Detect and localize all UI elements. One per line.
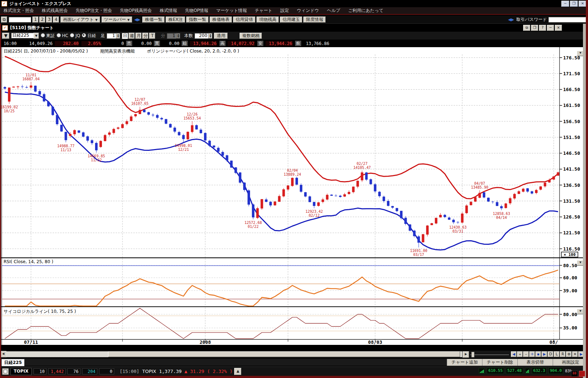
chart-tool-button-0[interactable]: ◀ bbox=[511, 351, 517, 357]
window-right-border bbox=[586, 0, 588, 378]
menu-item-2[interactable]: 先物OP注文・照会 bbox=[76, 8, 112, 14]
chart-tool-button-8[interactable]: R bbox=[560, 351, 566, 357]
toolbar-quick-button-1[interactable]: 株EX注 bbox=[166, 17, 185, 23]
radio-selected-icon bbox=[82, 33, 86, 37]
toolbar-quick-button-4[interactable]: 信用貸借 bbox=[233, 17, 255, 23]
menu-item-1[interactable]: 株式残高照会 bbox=[42, 8, 68, 14]
period-button-分[interactable]: 分 bbox=[142, 33, 148, 39]
menu-item-6[interactable]: マーケット情報 bbox=[216, 8, 247, 14]
status-count-1: 10 bbox=[34, 368, 46, 374]
svg-text:02/27: 02/27 bbox=[357, 162, 368, 166]
chart-action-button-1[interactable]: チャート削除 bbox=[482, 359, 517, 366]
chart-tool-button-10[interactable]: ✕ bbox=[572, 351, 578, 357]
chart-window-button-4[interactable]: × bbox=[555, 25, 562, 31]
symbol-combo[interactable] bbox=[11, 33, 34, 38]
period-button-月[interactable]: 月 bbox=[135, 33, 142, 39]
chart-window-button-3[interactable]: − bbox=[547, 25, 554, 31]
period-button-週[interactable]: 週 bbox=[129, 33, 135, 39]
menu-item-5[interactable]: 先物OP情報 bbox=[185, 8, 208, 14]
chart-window-button-0[interactable]: ⧉ bbox=[523, 25, 530, 31]
chart-tool-button-1[interactable]: ＋ bbox=[517, 351, 523, 357]
chart-tool-button-7[interactable]: L bbox=[554, 351, 560, 357]
slider-groove bbox=[470, 354, 509, 356]
layout-number-button-1[interactable]: 2 bbox=[39, 17, 45, 23]
zoom-slider[interactable] bbox=[470, 351, 509, 357]
chart-window-button-2[interactable]: ? bbox=[539, 25, 546, 31]
toolbar-quick-button-3[interactable]: 株価格表 bbox=[210, 17, 232, 23]
toolbar-quick-button-0[interactable]: 株価一覧 bbox=[142, 17, 165, 23]
chart-window-button-1[interactable]: ❐ bbox=[531, 25, 538, 31]
menu-item-0[interactable]: 株式注文・照会 bbox=[4, 8, 34, 14]
chart-window-title: [5110] 指数チャート bbox=[10, 25, 54, 31]
menu-item-11[interactable]: ご利用にあたって bbox=[348, 8, 383, 14]
right-scroll-strip[interactable] bbox=[583, 24, 586, 378]
apply-button[interactable]: 適用 bbox=[214, 33, 228, 39]
radio-tosho[interactable]: 東証 bbox=[41, 33, 55, 39]
symbol-dropdown-button[interactable]: ▼ bbox=[2, 33, 9, 39]
scrollbar-thumb[interactable] bbox=[108, 351, 460, 357]
chart-tool-button-2[interactable]: － bbox=[523, 351, 529, 357]
expand-up-button[interactable]: ▲ bbox=[234, 368, 241, 375]
maximize-button[interactable]: ❐ bbox=[570, 1, 578, 7]
multi-symbol-button[interactable]: 複数銘柄 bbox=[240, 33, 262, 39]
svg-text:03/31: 03/31 bbox=[453, 229, 463, 233]
chart-action-button-2[interactable]: 表示切替 bbox=[517, 359, 553, 366]
chevron-down-icon[interactable]: ▼ bbox=[34, 33, 39, 39]
meter-value-1: 610.55 bbox=[487, 368, 504, 374]
minimize-button[interactable]: ─ bbox=[561, 1, 569, 7]
toolbar-quick-button-2[interactable]: 指数一覧 bbox=[186, 17, 209, 23]
chart-action-button-0[interactable]: チャート追加 bbox=[447, 359, 482, 366]
menu-item-3[interactable]: 先物OP残高照会 bbox=[120, 8, 152, 14]
layout-number-button-3[interactable]: 4 bbox=[53, 17, 59, 23]
svg-text:16107.65: 16107.65 bbox=[131, 102, 148, 105]
status-checkbox-icon[interactable] bbox=[2, 368, 9, 375]
bar-count-input[interactable] bbox=[195, 33, 208, 39]
toolbar-menu-button[interactable]: ツールバー▼ bbox=[102, 17, 132, 23]
splitter-icon[interactable]: ◀▶ bbox=[507, 17, 515, 22]
svg-text:156.50: 156.50 bbox=[563, 119, 580, 124]
menu-item-8[interactable]: 設定 bbox=[280, 8, 289, 14]
status-topix-badge[interactable]: TOPIX bbox=[10, 368, 32, 375]
radio-nikkei[interactable]: 日経 bbox=[82, 33, 96, 39]
layout-number-button-2[interactable]: 3 bbox=[46, 17, 52, 23]
slider-thumb[interactable] bbox=[471, 352, 475, 357]
tab-nikkei225[interactable]: 日経225 bbox=[1, 359, 24, 366]
svg-text:11/22: 11/22 bbox=[91, 158, 102, 162]
corner-icons: 88 bbox=[571, 371, 585, 377]
svg-text:12430.63: 12430.63 bbox=[449, 225, 467, 229]
spinner-icon[interactable]: ▲▼ bbox=[208, 33, 212, 39]
svg-text:141.50: 141.50 bbox=[563, 166, 580, 172]
screen-layout-button[interactable]: 画面レイアウト▼ bbox=[61, 17, 100, 23]
chart-tool-button-3[interactable]: ✛ bbox=[529, 351, 535, 357]
menu-item-10[interactable]: ヘルプ bbox=[327, 8, 340, 14]
toolbar-quick-button-7[interactable]: 限度情報 bbox=[303, 17, 326, 23]
svg-text:12572.68: 12572.68 bbox=[245, 221, 262, 225]
svg-text:08/03: 08/03 bbox=[368, 339, 382, 345]
status-count-5: 0 bbox=[99, 368, 114, 374]
period-button-T[interactable]: T bbox=[149, 33, 155, 39]
password-input[interactable] bbox=[548, 17, 586, 22]
chart-tool-button-4[interactable]: ▪ bbox=[535, 351, 541, 357]
toolbar-quick-button-6[interactable]: 信用建玉 bbox=[280, 17, 302, 23]
window-switch-icon[interactable]: ⧉ bbox=[1, 17, 7, 23]
scroll-right-button[interactable]: ▶ bbox=[463, 351, 469, 358]
ashi-input[interactable] bbox=[107, 33, 116, 39]
menu-item-4[interactable]: 株式情報 bbox=[160, 8, 177, 14]
chart-tool-button-5[interactable]: ▶ bbox=[542, 351, 547, 357]
layout-number-button-0[interactable]: 1 bbox=[32, 17, 39, 23]
quick-code-input[interactable] bbox=[9, 17, 31, 22]
chart-tool-button-9[interactable]: ⊕ bbox=[566, 351, 572, 357]
menu-item-9[interactable]: ウィンドウ bbox=[297, 8, 319, 14]
toolbar-quick-button-5[interactable]: 現物残高 bbox=[257, 17, 279, 23]
radio-hc[interactable]: HC bbox=[57, 33, 68, 38]
chart-tool-button-6[interactable]: D bbox=[548, 351, 553, 357]
price-chart-canvas[interactable]: 176.50171.50166.50161.50156.50151.50146.… bbox=[0, 47, 588, 345]
radio-jq[interactable]: JQ bbox=[70, 33, 80, 38]
radio-icon bbox=[70, 33, 74, 37]
menu-item-7[interactable]: チャート bbox=[255, 8, 272, 14]
quote-change-pct: 2.05% bbox=[81, 41, 102, 46]
close-button[interactable]: ✕ bbox=[579, 1, 587, 7]
period-button-日[interactable]: 日 bbox=[122, 33, 128, 39]
splitter-icon[interactable]: ◀▶ bbox=[134, 17, 141, 22]
spinner-icon[interactable]: ▲▼ bbox=[116, 33, 120, 39]
